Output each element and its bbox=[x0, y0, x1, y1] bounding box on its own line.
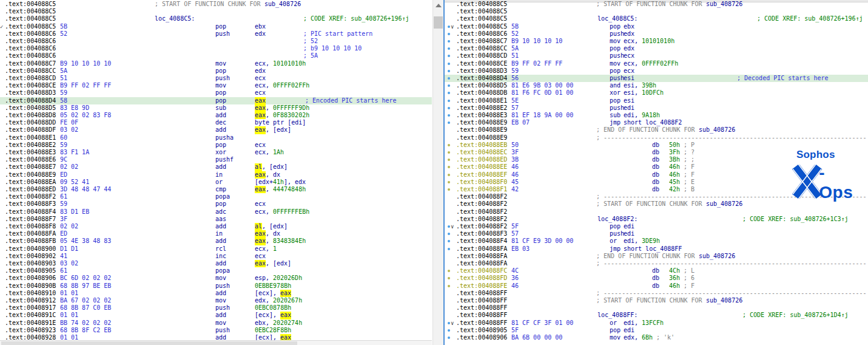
asm-row[interactable]: .text:004088FAEDineax, dx bbox=[0, 230, 432, 237]
asm-text: db bbox=[652, 186, 659, 193]
asm-row[interactable]: .text:004088F359popecx bbox=[0, 200, 432, 208]
asm-row[interactable]: .text:004088DB81 F6 FC 0D 01 00xoresi, 1… bbox=[445, 89, 868, 97]
asm-row[interactable]: .text:004088E160pusha bbox=[0, 134, 432, 142]
asm-row[interactable]: .text:004088F73Faas bbox=[0, 216, 432, 223]
asm-row[interactable]: .text:004088C652pushedx bbox=[445, 30, 868, 38]
asm-row[interactable]: .text:004088C5loc_4088C5:; CODE XREF: su… bbox=[445, 15, 868, 22]
asm-row[interactable]: .text:004088E257pushedi bbox=[445, 104, 868, 112]
asm-row[interactable]: ∨.text:004088F25Fpopedi bbox=[445, 223, 868, 230]
asm-row[interactable]: .text:004088F802 02addal, [edx] bbox=[0, 223, 432, 230]
asm-row[interactable]: .text:004088D359popecx bbox=[0, 89, 432, 97]
code-byte-dot-icon bbox=[448, 33, 450, 35]
asm-row[interactable]: .text:004088FA; ------------------------… bbox=[445, 260, 868, 267]
asm-row[interactable]: .text:004088DDFE 0Fdecbyte ptr [edi] bbox=[0, 119, 432, 126]
asm-text: short loc_4088FF bbox=[624, 245, 682, 253]
asm-row[interactable]: ✓.text:004088C55Bpopebx bbox=[0, 23, 432, 30]
asm-row[interactable]: .text:004088EB50db50h; P bbox=[445, 142, 868, 149]
asm-row[interactable]: .text:004088EA09 52 41or[edx+41h], edx bbox=[0, 179, 432, 186]
vertical-scrollbar[interactable] bbox=[432, 0, 445, 345]
asm-row[interactable]: .text:004088C5; START OF FUNCTION CHUNK … bbox=[0, 1, 432, 8]
asm-row[interactable]: .text:004088F2 bbox=[445, 208, 868, 216]
asm-row[interactable]: .text:004088DF03 02addeax, [edx] bbox=[0, 126, 432, 134]
asm-row[interactable]: .text:0040890B68 8B 97 BE EBpush0EBBE978… bbox=[0, 282, 432, 290]
scroll-up-icon[interactable] bbox=[436, 4, 442, 7]
address: .text:004088E3 bbox=[456, 112, 507, 119]
asm-row[interactable]: .text:004088CC5Apopedx bbox=[0, 67, 432, 75]
asm-row[interactable]: .text:0040891EBB 74 02 02 02movebx, 2020… bbox=[0, 319, 432, 327]
asm-row[interactable]: .text:004088C6; 5A bbox=[0, 52, 432, 60]
asm-row[interactable]: .text:004088FF; START OF FUNCTION CHUNK … bbox=[445, 297, 868, 304]
asm-row[interactable]: ∨.text:004088FF81 CF CF 3F 01 00oredi, 1… bbox=[445, 319, 868, 327]
asm-row[interactable]: .text:004088E9; END OF FUNCTION CHUNK FO… bbox=[445, 126, 868, 134]
register-highlight: eax bbox=[255, 171, 266, 179]
address: .text:004088DD bbox=[5, 119, 56, 126]
byte-values: 5A bbox=[511, 45, 519, 52]
asm-row[interactable]: .text:004088FFloc_4088FF:; CODE XREF: su… bbox=[445, 312, 868, 319]
asm-row[interactable]: .text:004088FE46db46h; F bbox=[445, 282, 868, 290]
asm-row[interactable]: .text:004088E9EDineax, dx bbox=[0, 171, 432, 179]
asm-row[interactable]: .text:004088CD51pushecx bbox=[445, 52, 868, 60]
asm-row[interactable]: .text:004088C7B9 10 10 10 10movecx, 1010… bbox=[0, 60, 432, 67]
asm-row[interactable]: .text:004088C5 bbox=[445, 8, 868, 15]
asm-row[interactable]: .text:00408906BC 6D 02 02 02movesp, 2020… bbox=[0, 275, 432, 282]
asm-row[interactable]: .text:004088D581 E6 9B 03 00 00andesi, 3… bbox=[445, 82, 868, 89]
asm-row[interactable]: .text:004088FAEB 03jmpshort loc_4088FF bbox=[445, 245, 868, 253]
asm-row[interactable]: .text:004088E702 02addal, [edx] bbox=[0, 163, 432, 171]
asm-row[interactable]: .text:004088F261popa bbox=[0, 193, 432, 200]
asm-row[interactable]: .text:004088F483 D1 EBadcecx, 0FFFFFFEBh bbox=[0, 208, 432, 216]
asm-row[interactable]: .text:004088CEB9 FF 02 FF FFmovecx, 0FFF… bbox=[0, 82, 432, 89]
address: .text:004088E9 bbox=[456, 126, 507, 134]
asm-row[interactable]: .text:004088C5; START OF FUNCTION CHUNK … bbox=[445, 1, 868, 8]
asm-row[interactable]: .text:00408906BA 6B 00 00 00movedx, 6Bh;… bbox=[445, 334, 868, 341]
asm-text: pop bbox=[215, 200, 226, 208]
asm-row[interactable]: .text:004088D359popecx bbox=[445, 67, 868, 75]
asm-row[interactable]: .text:004088CC5Apopedx bbox=[445, 45, 868, 52]
horizontal-scrollbar[interactable] bbox=[0, 340, 432, 345]
asm-row[interactable]: .text:004088D583 E8 9Dsubeax, 0FFFFFF9Dh bbox=[0, 104, 432, 112]
asm-row[interactable]: .text:004088E15Epopesi bbox=[445, 97, 868, 104]
asm-row[interactable]: .text:0040890561popa bbox=[0, 267, 432, 275]
asm-row[interactable]: .text:004089055Fpopedi bbox=[445, 327, 868, 334]
asm-row[interactable]: .text:004088CD51pushecx bbox=[0, 75, 432, 82]
asm-row[interactable]: .text:004088C5loc_4088C5:; CODE XREF: su… bbox=[0, 15, 432, 22]
asm-row[interactable]: .text:004088E9; ------------------------… bbox=[445, 134, 868, 142]
asm-row[interactable]: .text:004088C5 bbox=[0, 8, 432, 15]
asm-row[interactable]: .text:0040892368 8B 8F C2 EBpush0EBC28F8… bbox=[0, 327, 432, 334]
asm-row[interactable]: .text:004088E69Cpushf bbox=[0, 156, 432, 163]
asm-row[interactable]: .text:00408912BA 67 02 02 02movedx, 2020… bbox=[0, 297, 432, 304]
asm-row[interactable]: .text:004088FA; END OF FUNCTION CHUNK FO… bbox=[445, 253, 868, 260]
asm-row[interactable]: .text:004088C6; 52 bbox=[0, 38, 432, 45]
asm-row[interactable]: .text:0040890241incecx bbox=[0, 253, 432, 260]
asm-text: mov bbox=[610, 334, 621, 341]
asm-row[interactable]: .text:004088FB05 4E 38 48 83addeax, 8348… bbox=[0, 237, 432, 245]
asm-row[interactable]: .text:004088D805 02 02 83 F8addeax, 0F88… bbox=[0, 112, 432, 119]
asm-row[interactable]: .text:004088FF; ------------------------… bbox=[445, 290, 868, 297]
asm-row[interactable]: .text:004088FC4Cdb4Ch; L bbox=[445, 267, 868, 275]
horizontal-scrollbar-thumb[interactable] bbox=[1, 341, 297, 345]
asm-row[interactable]: .text:004088FD36db36h; 6 bbox=[445, 275, 868, 282]
asm-row[interactable]: .text:004088C652pushedx; PIC start patte… bbox=[0, 30, 432, 38]
immediate-value: 3DE9h bbox=[642, 237, 660, 245]
asm-row[interactable]: .text:0040891768 8B 87 C0 EBpush0EBC0878… bbox=[0, 304, 432, 312]
asm-row[interactable]: .text:004088F357pushedi bbox=[445, 230, 868, 237]
asm-row[interactable]: .text:0040891C01 01add[ecx], eax bbox=[0, 312, 432, 319]
asm-row[interactable]: .text:004088C6; b9 10 10 10 10 bbox=[0, 45, 432, 52]
asm-row[interactable]: .text:004088E9EB 07jmpshort loc_4088F2 bbox=[445, 119, 868, 126]
scrollbar-thumb[interactable] bbox=[434, 16, 443, 29]
asm-row[interactable]: .text:004088ED3D 48 48 47 44cmpeax, 4447… bbox=[0, 186, 432, 193]
immediate-value: 46h bbox=[669, 163, 680, 171]
asm-row[interactable]: ∨.text:004088C55Bpopebx bbox=[445, 23, 868, 30]
asm-row[interactable]: .text:004088E383 F1 1Axorecx, 1Ah bbox=[0, 149, 432, 156]
asm-row-selected[interactable]: .text:004088D458popeax; Encoded PIC star… bbox=[0, 97, 432, 104]
asm-row[interactable]: .text:00408900D1 D1rclecx, 1 bbox=[0, 245, 432, 253]
asm-row[interactable]: .text:0040890303 02addeax, [edx] bbox=[0, 260, 432, 267]
asm-row[interactable]: .text:004088E259popecx bbox=[0, 142, 432, 149]
asm-row[interactable]: .text:0040891001 01add[ecx], eax bbox=[0, 290, 432, 297]
asm-row[interactable]: .text:004088F481 CF E9 3D 00 00oredi, 3D… bbox=[445, 237, 868, 245]
asm-row[interactable]: .text:004088C7B9 10 10 10 10movecx, 1010… bbox=[445, 38, 868, 45]
asm-row[interactable]: .text:004088FF bbox=[445, 304, 868, 312]
asm-row-selected[interactable]: .text:004088D456pushesi; Decoded PIC sta… bbox=[445, 75, 868, 82]
asm-row[interactable]: .text:004088F2loc_4088F2:; CODE XREF: su… bbox=[445, 216, 868, 223]
asm-row[interactable]: .text:004088CEB9 FF 02 FF FFmovecx, 0FFF… bbox=[445, 60, 868, 67]
asm-row[interactable]: .text:004088E381 EF 18 9A 00 00subedi, 9… bbox=[445, 112, 868, 119]
